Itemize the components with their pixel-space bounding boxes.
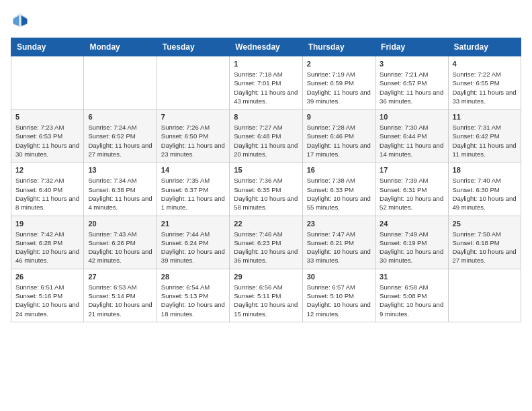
calendar-cell — [84, 56, 157, 109]
calendar-cell: 28Sunrise: 6:54 AM Sunset: 5:13 PM Dayli… — [157, 269, 229, 322]
day-number: 11 — [453, 113, 517, 121]
calendar-cell: 23Sunrise: 7:47 AM Sunset: 6:21 PM Dayli… — [302, 216, 375, 269]
day-info: Sunrise: 7:30 AM Sunset: 6:44 PM Dayligh… — [380, 123, 443, 158]
day-number: 13 — [88, 166, 152, 174]
day-info: Sunrise: 6:58 AM Sunset: 5:08 PM Dayligh… — [380, 283, 443, 318]
calendar-cell: 6Sunrise: 7:24 AM Sunset: 6:52 PM Daylig… — [84, 109, 157, 163]
day-number: 28 — [161, 273, 225, 281]
calendar-cell: 9Sunrise: 7:28 AM Sunset: 6:46 PM Daylig… — [302, 109, 375, 163]
day-info: Sunrise: 7:40 AM Sunset: 6:30 PM Dayligh… — [453, 176, 517, 212]
day-info: Sunrise: 7:42 AM Sunset: 6:28 PM Dayligh… — [15, 230, 79, 265]
calendar-cell: 25Sunrise: 7:50 AM Sunset: 6:18 PM Dayli… — [448, 216, 521, 269]
day-info: Sunrise: 7:44 AM Sunset: 6:24 PM Dayligh… — [161, 230, 225, 265]
day-number: 30 — [307, 273, 371, 281]
calendar-cell: 16Sunrise: 7:38 AM Sunset: 6:33 PM Dayli… — [302, 163, 375, 216]
calendar-header-row: SundayMondayTuesdayWednesdayThursdayFrid… — [11, 38, 521, 56]
day-number: 27 — [88, 273, 152, 281]
calendar-cell: 4Sunrise: 7:22 AM Sunset: 6:55 PM Daylig… — [448, 56, 521, 109]
day-number: 2 — [307, 60, 371, 68]
logo-icon — [11, 11, 30, 30]
day-info: Sunrise: 7:46 AM Sunset: 6:23 PM Dayligh… — [234, 230, 298, 265]
day-number: 15 — [234, 166, 298, 174]
day-number: 9 — [307, 113, 371, 121]
day-number: 24 — [380, 220, 443, 228]
day-info: Sunrise: 6:57 AM Sunset: 5:10 PM Dayligh… — [307, 283, 371, 318]
day-info: Sunrise: 7:18 AM Sunset: 7:01 PM Dayligh… — [234, 70, 298, 105]
day-info: Sunrise: 7:49 AM Sunset: 6:19 PM Dayligh… — [380, 230, 443, 265]
calendar-cell — [448, 269, 521, 322]
day-info: Sunrise: 7:32 AM Sunset: 6:40 PM Dayligh… — [15, 176, 79, 212]
calendar-cell: 18Sunrise: 7:40 AM Sunset: 6:30 PM Dayli… — [448, 163, 521, 216]
column-header-saturday: Saturday — [448, 38, 521, 56]
day-number: 17 — [380, 166, 443, 174]
calendar-cell: 22Sunrise: 7:46 AM Sunset: 6:23 PM Dayli… — [230, 216, 302, 269]
calendar-cell: 31Sunrise: 6:58 AM Sunset: 5:08 PM Dayli… — [375, 269, 448, 322]
calendar-cell: 13Sunrise: 7:34 AM Sunset: 6:38 PM Dayli… — [84, 163, 157, 216]
day-number: 12 — [15, 166, 79, 174]
calendar-cell: 30Sunrise: 6:57 AM Sunset: 5:10 PM Dayli… — [302, 269, 375, 322]
day-number: 25 — [453, 220, 517, 228]
column-header-monday: Monday — [84, 38, 157, 56]
day-info: Sunrise: 7:31 AM Sunset: 6:42 PM Dayligh… — [453, 123, 517, 158]
day-info: Sunrise: 7:21 AM Sunset: 6:57 PM Dayligh… — [380, 70, 443, 105]
day-info: Sunrise: 7:23 AM Sunset: 6:53 PM Dayligh… — [15, 123, 79, 158]
calendar-cell — [11, 56, 84, 109]
day-info: Sunrise: 6:54 AM Sunset: 5:13 PM Dayligh… — [161, 283, 225, 318]
page-header — [11, 11, 521, 30]
calendar-cell: 3Sunrise: 7:21 AM Sunset: 6:57 PM Daylig… — [375, 56, 448, 109]
day-info: Sunrise: 7:38 AM Sunset: 6:33 PM Dayligh… — [307, 176, 371, 212]
calendar-cell: 20Sunrise: 7:43 AM Sunset: 6:26 PM Dayli… — [84, 216, 157, 269]
calendar-week-row: 5Sunrise: 7:23 AM Sunset: 6:53 PM Daylig… — [11, 109, 521, 163]
day-info: Sunrise: 6:51 AM Sunset: 5:16 PM Dayligh… — [15, 283, 79, 318]
day-number: 16 — [307, 166, 371, 174]
day-info: Sunrise: 7:43 AM Sunset: 6:26 PM Dayligh… — [88, 230, 152, 265]
day-number: 6 — [88, 113, 152, 121]
day-number: 7 — [161, 113, 225, 121]
calendar-cell: 15Sunrise: 7:36 AM Sunset: 6:35 PM Dayli… — [230, 163, 302, 216]
day-info: Sunrise: 7:24 AM Sunset: 6:52 PM Dayligh… — [88, 123, 152, 158]
calendar-cell: 14Sunrise: 7:35 AM Sunset: 6:37 PM Dayli… — [157, 163, 229, 216]
day-info: Sunrise: 7:28 AM Sunset: 6:46 PM Dayligh… — [307, 123, 371, 158]
calendar-cell: 29Sunrise: 6:56 AM Sunset: 5:11 PM Dayli… — [230, 269, 302, 322]
calendar-cell: 24Sunrise: 7:49 AM Sunset: 6:19 PM Dayli… — [375, 216, 448, 269]
calendar-cell: 2Sunrise: 7:19 AM Sunset: 6:59 PM Daylig… — [302, 56, 375, 109]
calendar-cell: 27Sunrise: 6:53 AM Sunset: 5:14 PM Dayli… — [84, 269, 157, 322]
day-info: Sunrise: 7:27 AM Sunset: 6:48 PM Dayligh… — [234, 123, 298, 158]
day-number: 29 — [234, 273, 298, 281]
day-number: 22 — [234, 220, 298, 228]
calendar-cell: 11Sunrise: 7:31 AM Sunset: 6:42 PM Dayli… — [448, 109, 521, 163]
calendar-week-row: 1Sunrise: 7:18 AM Sunset: 7:01 PM Daylig… — [11, 56, 521, 109]
column-header-friday: Friday — [375, 38, 448, 56]
day-number: 31 — [380, 273, 443, 281]
calendar-cell: 7Sunrise: 7:26 AM Sunset: 6:50 PM Daylig… — [157, 109, 229, 163]
day-number: 4 — [453, 60, 517, 68]
day-number: 21 — [161, 220, 225, 228]
day-number: 1 — [234, 60, 298, 68]
day-info: Sunrise: 6:56 AM Sunset: 5:11 PM Dayligh… — [234, 283, 298, 318]
day-info: Sunrise: 7:39 AM Sunset: 6:31 PM Dayligh… — [380, 176, 443, 212]
day-info: Sunrise: 7:36 AM Sunset: 6:35 PM Dayligh… — [234, 176, 298, 212]
column-header-tuesday: Tuesday — [157, 38, 229, 56]
calendar-cell: 1Sunrise: 7:18 AM Sunset: 7:01 PM Daylig… — [230, 56, 302, 109]
logo — [11, 11, 32, 30]
day-info: Sunrise: 6:53 AM Sunset: 5:14 PM Dayligh… — [88, 283, 152, 318]
calendar-week-row: 19Sunrise: 7:42 AM Sunset: 6:28 PM Dayli… — [11, 216, 521, 269]
day-number: 26 — [15, 273, 79, 281]
day-info: Sunrise: 7:50 AM Sunset: 6:18 PM Dayligh… — [453, 230, 517, 265]
calendar-cell: 5Sunrise: 7:23 AM Sunset: 6:53 PM Daylig… — [11, 109, 84, 163]
day-info: Sunrise: 7:19 AM Sunset: 6:59 PM Dayligh… — [307, 70, 371, 105]
day-info: Sunrise: 7:35 AM Sunset: 6:37 PM Dayligh… — [161, 176, 225, 212]
column-header-thursday: Thursday — [302, 38, 375, 56]
calendar-cell: 26Sunrise: 6:51 AM Sunset: 5:16 PM Dayli… — [11, 269, 84, 322]
calendar-table: SundayMondayTuesdayWednesdayThursdayFrid… — [11, 38, 521, 322]
day-info: Sunrise: 7:22 AM Sunset: 6:55 PM Dayligh… — [453, 70, 517, 105]
day-number: 19 — [15, 220, 79, 228]
day-number: 23 — [307, 220, 371, 228]
day-number: 5 — [15, 113, 79, 121]
calendar-cell: 8Sunrise: 7:27 AM Sunset: 6:48 PM Daylig… — [230, 109, 302, 163]
calendar-cell: 21Sunrise: 7:44 AM Sunset: 6:24 PM Dayli… — [157, 216, 229, 269]
calendar-cell: 19Sunrise: 7:42 AM Sunset: 6:28 PM Dayli… — [11, 216, 84, 269]
day-number: 14 — [161, 166, 225, 174]
calendar-week-row: 26Sunrise: 6:51 AM Sunset: 5:16 PM Dayli… — [11, 269, 521, 322]
column-header-wednesday: Wednesday — [230, 38, 302, 56]
